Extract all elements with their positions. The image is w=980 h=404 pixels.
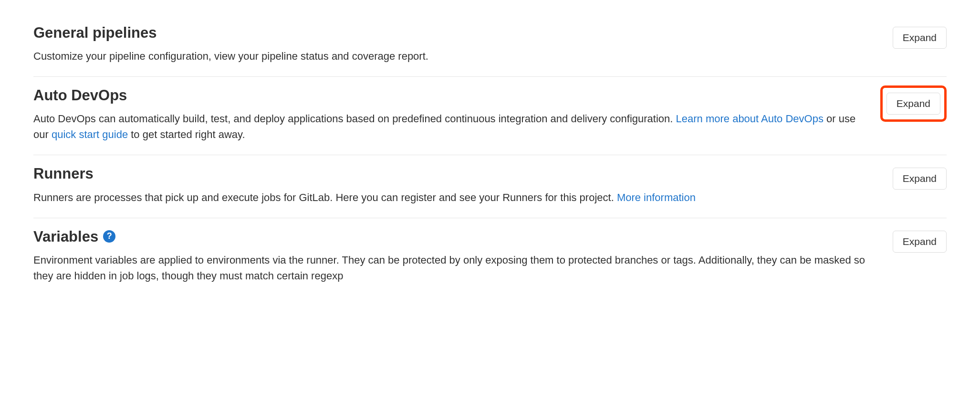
expand-button-variables[interactable]: Expand [893, 231, 947, 253]
section-desc-variables: Environment variables are applied to env… [33, 252, 874, 284]
section-desc-autodevops: Auto DevOps can automatically build, tes… [33, 111, 861, 142]
section-variables: Variables ? Environment variables are ap… [33, 218, 947, 296]
section-content: Auto DevOps Auto DevOps can automaticall… [33, 86, 880, 142]
section-content: Runners Runners are processes that pick … [33, 165, 893, 205]
section-runners: Runners Runners are processes that pick … [33, 155, 947, 218]
expand-button-general[interactable]: Expand [893, 27, 947, 49]
section-desc-runners: Runners are processes that pick up and e… [33, 190, 874, 205]
section-content: General pipelines Customize your pipelin… [33, 24, 893, 64]
section-auto-devops: Auto DevOps Auto DevOps can automaticall… [33, 77, 947, 155]
settings-container: General pipelines Customize your pipelin… [0, 14, 980, 296]
more-information-link[interactable]: More information [617, 191, 696, 203]
section-title-general: General pipelines [33, 24, 874, 42]
learn-more-autodevops-link[interactable]: Learn more about Auto DevOps [676, 113, 824, 125]
desc-text: Auto DevOps can automatically build, tes… [33, 113, 676, 125]
section-title-autodevops: Auto DevOps [33, 86, 861, 104]
section-general-pipelines: General pipelines Customize your pipelin… [33, 14, 947, 77]
highlighted-expand-wrapper: Expand [880, 85, 947, 122]
desc-text: to get started right away. [128, 128, 245, 140]
title-text: Variables [33, 228, 98, 245]
section-title-variables: Variables ? [33, 228, 874, 245]
desc-text: Runners are processes that pick up and e… [33, 191, 617, 203]
expand-button-autodevops[interactable]: Expand [886, 93, 940, 115]
expand-button-runners[interactable]: Expand [893, 168, 947, 190]
section-desc-general: Customize your pipeline configuration, v… [33, 48, 874, 64]
help-icon[interactable]: ? [103, 230, 115, 243]
section-content: Variables ? Environment variables are ap… [33, 228, 893, 284]
quick-start-guide-link[interactable]: quick start guide [52, 128, 128, 140]
section-title-runners: Runners [33, 165, 874, 182]
